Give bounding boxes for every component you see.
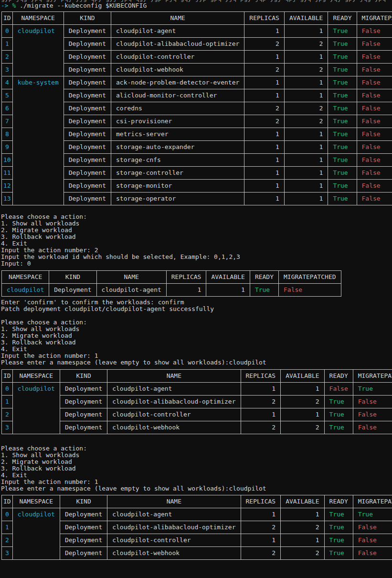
table-row: cloudpilotDeploymentcloudpilot-agent11Tr… <box>2 284 341 297</box>
terminal-text-line: Please choose a action: <box>1 214 392 220</box>
terminal-text-line: Input: 0 <box>1 260 392 267</box>
cell-replicas: 1 <box>244 76 285 89</box>
cell-kind: Deployment <box>64 115 111 128</box>
prompt-percent-symbol: % <box>12 2 16 9</box>
cell-kind: Deployment <box>60 521 107 534</box>
terminal-text-line: Input the workload id which should be se… <box>1 254 392 260</box>
cell-available: 1 <box>281 408 324 421</box>
cell-replicas: 1 <box>241 508 281 521</box>
cell-kind: Deployment <box>64 89 111 102</box>
column-header-ready: READY <box>328 12 357 25</box>
terminal-text-line: 2. Migrate workload <box>1 332 392 339</box>
table-row: 2Deploymentcloudpilot-controller11TrueFa… <box>2 534 392 547</box>
cell-kind: Deployment <box>64 193 111 205</box>
cell-kind: Deployment <box>64 76 111 89</box>
column-header-name: NAME <box>107 370 241 383</box>
column-header-id: ID <box>2 12 13 25</box>
cell-kind: Deployment <box>60 547 107 560</box>
cell-migratepatched: False <box>353 534 392 547</box>
action-menu-migrate: Please choose a action:1. Show all workl… <box>1 214 392 267</box>
cell-name: cloudpilot-controller <box>107 534 241 547</box>
cell-ready: True <box>324 408 353 421</box>
command-text: ./migrate --kubeconfig $KUBECONFIG <box>20 2 147 9</box>
cell-id: 12 <box>2 180 13 193</box>
cell-id: 6 <box>2 102 13 115</box>
cell-kind: Deployment <box>64 154 111 167</box>
confirm-output: Enter 'confirm' to confirm the workloads… <box>1 299 392 312</box>
cell-available: 2 <box>281 547 324 560</box>
cell-name: alicloud-monitor-controller <box>111 89 244 102</box>
cell-kind: Deployment <box>64 25 111 38</box>
column-header-ready: READY <box>324 370 353 383</box>
cell-available: 1 <box>284 193 328 205</box>
cell-name: cloudpilot-agent <box>111 25 244 38</box>
cell-kind: Deployment <box>60 383 107 396</box>
cell-replicas: 1 <box>244 193 285 205</box>
cell-ready: True <box>250 284 278 297</box>
table-row: 0cloudpilotDeploymentcloudpilot-agent11F… <box>2 383 392 396</box>
cell-replicas: 2 <box>241 521 281 534</box>
terminal-text-line: Input the action number: 1 <box>1 353 392 359</box>
terminal-text-line: Please choose a action: <box>1 319 392 326</box>
cell-id: 1 <box>2 38 13 51</box>
cell-namespace: cloudpilot <box>12 25 64 76</box>
cell-available: 2 <box>284 102 328 115</box>
cell-migratepatched: False <box>353 396 392 408</box>
terminal-text-line: 1. Show all workloads <box>1 220 392 227</box>
column-header-kind: KIND <box>64 12 111 25</box>
terminal-text-line: Input the action number: 2 <box>1 247 392 254</box>
column-header-replicas: REPLICAS <box>241 495 281 508</box>
cell-name: storage-controller <box>111 167 244 180</box>
column-header-available: AVAILABLE <box>281 370 324 383</box>
cell-replicas: 1 <box>244 51 285 64</box>
cell-name: cloudpilot-alibabacloud-optimizer <box>107 521 241 534</box>
cell-available: 2 <box>284 38 328 51</box>
column-header-name: NAME <box>107 495 241 508</box>
column-header-id: ID <box>2 370 13 383</box>
terminal-text-line: 1. Show all workloads <box>1 452 392 459</box>
terminal-text-line: Please enter a namespace (leave empty to… <box>1 485 392 492</box>
cell-name: cloudpilot-webhook <box>107 421 241 434</box>
cell-migratepatched: False <box>357 102 392 115</box>
terminal[interactable]: gyp jqg ypq gjy pqj yjg qpy gyj jpq qgy … <box>1 0 392 560</box>
cell-available: 1 <box>206 284 250 297</box>
column-header-migratepatched: MIGRATEPATCHED <box>353 370 392 383</box>
cell-id: 0 <box>2 508 13 521</box>
cell-ready: True <box>328 64 357 76</box>
cell-available: 2 <box>281 396 324 408</box>
cell-name: cloudpilot-agent <box>107 508 241 521</box>
cell-name: metrics-server <box>111 128 244 141</box>
cell-migratepatched: True <box>353 508 392 521</box>
column-header-namespace: NAMESPACE <box>12 12 64 25</box>
cell-replicas: 2 <box>244 64 285 76</box>
table-row: 0cloudpilotDeploymentcloudpilot-agent11T… <box>2 25 392 38</box>
terminal-text-line: Please enter a namespace (leave empty to… <box>1 359 392 366</box>
cell-migratepatched: False <box>357 25 392 38</box>
prompt-arrow-icon: -> <box>1 2 9 9</box>
cell-name: cloudpilot-webhook <box>111 64 244 76</box>
cell-kind: Deployment <box>64 38 111 51</box>
column-header-available: AVAILABLE <box>284 12 328 25</box>
cell-ready: True <box>328 89 357 102</box>
cell-migratepatched: False <box>353 421 392 434</box>
workloads-ready-table: IDNAMESPACEKINDNAMEREPLICASAVAILABLEREAD… <box>1 495 392 560</box>
terminal-text-line: Patch deployment cloudpilot/cloudpilot-a… <box>1 306 392 312</box>
cell-name: cloudpilot-agent <box>107 383 241 396</box>
cell-ready: True <box>328 128 357 141</box>
cell-replicas: 1 <box>244 141 285 154</box>
cell-migratepatched: False <box>357 38 392 51</box>
cell-id: 2 <box>2 534 13 547</box>
terminal-text-line: Enter 'confirm' to confirm the workloads… <box>1 299 392 306</box>
cell-id: 9 <box>2 141 13 154</box>
cell-replicas: 1 <box>244 167 285 180</box>
cell-kind: Deployment <box>64 141 111 154</box>
cell-ready: True <box>328 154 357 167</box>
cell-migratepatched: False <box>279 284 341 297</box>
cell-ready: True <box>328 102 357 115</box>
cell-ready: True <box>328 167 357 180</box>
cell-migratepatched: False <box>353 547 392 560</box>
table-header-row: NAMESPACEKINDNAMEREPLICASAVAILABLEREADYM… <box>2 271 341 284</box>
cell-name: storage-cnfs <box>111 154 244 167</box>
cell-migratepatched: False <box>357 76 392 89</box>
column-header-migratepatched: MIGRATEPATCHED <box>353 495 392 508</box>
